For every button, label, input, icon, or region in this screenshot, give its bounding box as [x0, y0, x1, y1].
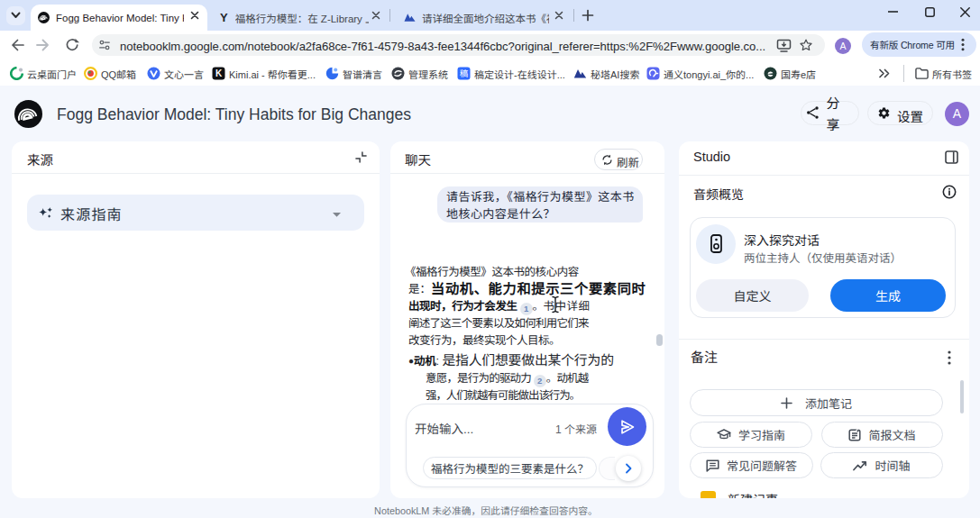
- svg-text:K: K: [215, 68, 223, 78]
- svg-text:稿: 稿: [460, 67, 469, 79]
